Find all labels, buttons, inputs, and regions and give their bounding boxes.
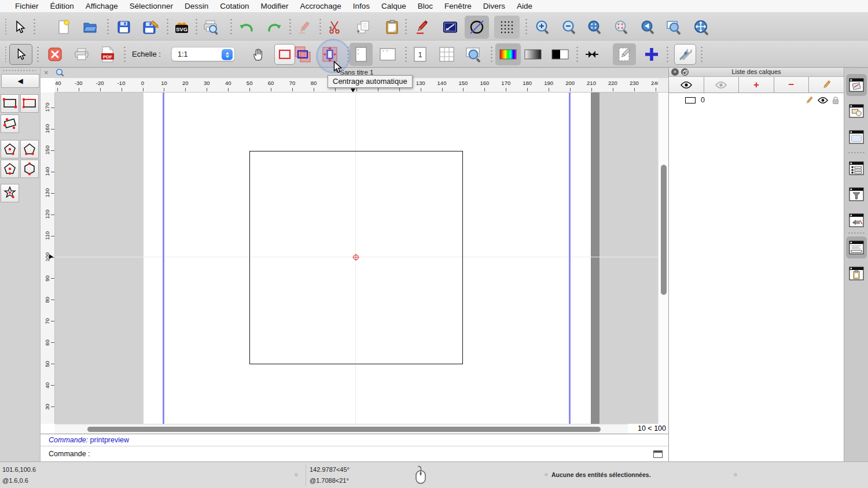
menu-cotation[interactable]: Cotation (214, 2, 255, 10)
menu-edition[interactable]: Édition (45, 2, 80, 10)
layer-lock-icon[interactable] (832, 96, 839, 105)
rectangle-3points-tool[interactable] (1, 114, 19, 133)
menu-divers[interactable]: Divers (477, 2, 511, 10)
layer-edit-pencil-icon[interactable] (805, 96, 814, 105)
dock-entity-list-button[interactable] (846, 157, 867, 179)
dock-selection-filter-button[interactable] (846, 183, 867, 205)
layer-row[interactable]: 0 (669, 93, 844, 107)
dock-command-line-button[interactable] (846, 236, 867, 258)
menu-calque[interactable]: Calque (376, 2, 412, 10)
hexagon-tool[interactable] (20, 160, 39, 178)
landscape-orientation-button[interactable] (377, 44, 398, 65)
paste-button[interactable] (382, 17, 403, 38)
scale-value: 1:1 (178, 50, 187, 58)
draft-mode-button[interactable] (613, 43, 636, 65)
palette-drag-handle[interactable] (2, 69, 36, 72)
menu-selectionner[interactable]: Sélectionner (124, 2, 179, 10)
dock-block-list-button[interactable] (846, 100, 867, 122)
select-pointer-button[interactable] (9, 44, 32, 65)
redo-button[interactable] (264, 17, 285, 38)
toolbar-drag-handle[interactable] (5, 18, 7, 35)
layer-visibility-eye-icon[interactable] (818, 97, 828, 103)
fit-to-paper-button[interactable] (292, 44, 313, 65)
star-tool[interactable] (1, 184, 19, 202)
menu-fenetre[interactable]: Fenêtre (439, 2, 477, 10)
v-ruler-label: 140 (44, 166, 50, 178)
zoom-auto-button[interactable] (584, 17, 605, 38)
grayscale-mode-button[interactable] (523, 44, 543, 65)
zoom-out-button[interactable] (559, 17, 580, 38)
edit-layer-button[interactable] (809, 77, 844, 93)
color-mode-button[interactable] (495, 43, 521, 65)
menu-accrochage[interactable]: Accrochage (294, 2, 347, 10)
save-button[interactable] (113, 17, 134, 38)
multiple-pages-button[interactable] (436, 44, 457, 65)
select-tool-button[interactable] (9, 17, 30, 38)
vertical-scrollbar[interactable] (658, 93, 668, 424)
polygon-center-tangent-tool[interactable] (1, 160, 19, 178)
grid-toggle-button[interactable] (494, 16, 520, 39)
circle-tool-button[interactable] (465, 16, 489, 39)
hide-all-layers-button[interactable] (704, 77, 740, 93)
palette-back-button[interactable]: ◀ (1, 74, 39, 88)
print-preview-button[interactable] (200, 17, 221, 38)
zoom-page-button[interactable] (464, 44, 484, 65)
close-print-preview-button[interactable] (45, 44, 65, 65)
dock-pen-wizard-button[interactable] (846, 209, 867, 231)
export-svg-button[interactable]: SVG (171, 17, 192, 38)
copy-button[interactable] (353, 17, 374, 38)
pan-hand-button[interactable] (248, 44, 269, 65)
add-layer-button[interactable]: + (739, 77, 774, 93)
print-button[interactable] (71, 44, 92, 65)
show-all-layers-button[interactable] (669, 77, 704, 93)
line-tool-button[interactable] (440, 17, 461, 38)
menu-bloc[interactable]: Bloc (412, 2, 439, 10)
horizontal-scrollbar[interactable] (55, 424, 628, 434)
stepper-icon[interactable] (222, 49, 233, 60)
save-as-button[interactable] (140, 17, 161, 38)
zoom-previous-button[interactable] (638, 17, 659, 38)
menu-bar: FichierÉditionAffichageSélectionnerDessi… (0, 0, 868, 13)
zoom-in-button[interactable] (532, 17, 553, 38)
zoom-window-button[interactable] (664, 17, 685, 38)
menu-fichier[interactable]: Fichier (9, 2, 45, 10)
vertical-scrollbar-thumb[interactable] (661, 165, 667, 295)
rectangle-corner-size-tool[interactable] (20, 94, 39, 113)
toolbar-drag-handle[interactable] (5, 46, 7, 63)
h-ruler-label: 60 (268, 80, 274, 86)
command-input-line[interactable]: Commande : (41, 446, 668, 461)
undo-button[interactable] (236, 17, 257, 38)
dock-clipboard-button[interactable] (846, 263, 867, 284)
color-bar-icon (499, 49, 517, 60)
remove-layer-button[interactable]: − (774, 77, 810, 93)
blackwhite-mode-button[interactable] (550, 44, 571, 65)
menu-aide[interactable]: Aide (511, 2, 538, 10)
menu-modifier[interactable]: Modifier (255, 2, 294, 10)
polygon-2corners-tool[interactable] (20, 140, 39, 158)
portrait-orientation-button[interactable] (350, 43, 373, 66)
open-document-button[interactable] (80, 17, 101, 38)
zoom-selected-button[interactable] (611, 17, 632, 38)
new-document-button[interactable] (53, 17, 74, 38)
menu-affichage[interactable]: Affichage (80, 2, 124, 10)
rectangle-2points-tool[interactable] (1, 94, 19, 113)
delete-tool-button[interactable] (294, 17, 315, 38)
dock-layer-list-button[interactable] (846, 74, 867, 96)
zoom-pan-button[interactable] (691, 17, 712, 38)
menu-dessin[interactable]: Dessin (179, 2, 214, 10)
polygon-center-corner-tool[interactable] (1, 140, 19, 158)
pen-edit-button[interactable] (412, 17, 433, 38)
menu-infos[interactable]: Infos (347, 2, 376, 10)
dock-library-browser-button[interactable] (846, 126, 867, 148)
single-page-button[interactable]: 1 (410, 44, 431, 65)
horizontal-scrollbar-thumb[interactable] (87, 427, 601, 432)
drawing-canvas[interactable] (55, 93, 658, 424)
crosshair-button[interactable] (641, 44, 662, 65)
scale-select[interactable]: 1:1 (171, 47, 235, 61)
calibrate-button[interactable] (582, 44, 602, 65)
layer-color-swatch[interactable] (685, 97, 696, 103)
export-pdf-button[interactable]: PDF (97, 44, 118, 65)
settings-button[interactable] (674, 44, 696, 65)
command-dock-icon[interactable] (653, 450, 663, 458)
cut-button[interactable] (324, 17, 345, 38)
